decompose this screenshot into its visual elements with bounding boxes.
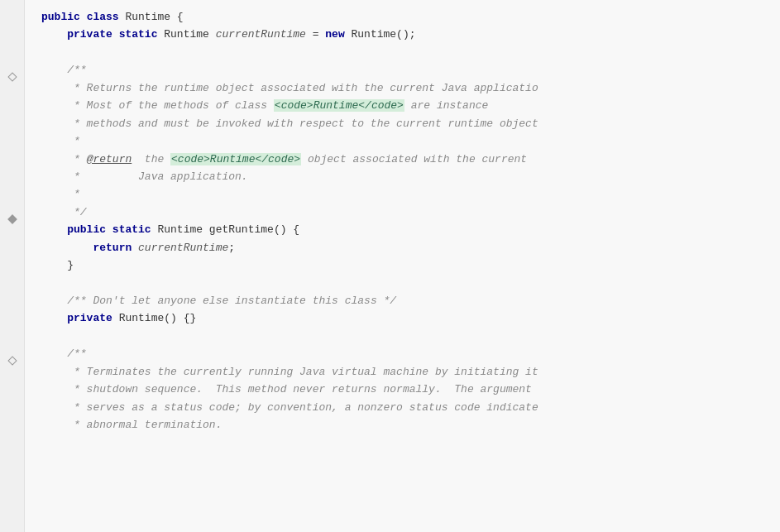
gutter-icon-row-3 (4, 50, 21, 68)
plain-token (41, 312, 67, 324)
code-editor: public class Runtime { private static Ru… (0, 0, 780, 532)
code-line: * shutdown sequence. This method never r… (41, 381, 780, 398)
plain-token (41, 99, 74, 112)
plain-token (41, 64, 67, 76)
plain-token (106, 223, 112, 236)
code-line: public class Runtime { (41, 8, 780, 26)
diamond-outline-icon[interactable] (7, 356, 17, 365)
plain-token: Runtime() {} (112, 312, 196, 324)
gutter-icon-row-2 (4, 32, 21, 50)
plain-token (41, 28, 67, 41)
editor-gutter (0, 0, 25, 532)
code-line: * Most of the methods of class <code>Run… (41, 97, 780, 114)
code-line (41, 328, 780, 345)
plain-token: Runtime(); (345, 28, 416, 41)
comment-token: * shutdown sequence. This method never r… (74, 383, 532, 395)
keyword-token: private (67, 312, 112, 324)
plain-token (41, 153, 74, 165)
variable-token: currentRuntime (138, 242, 228, 254)
keyword-token: new (325, 28, 344, 41)
comment-token: * Returns the runtime object associated … (74, 82, 538, 94)
plain-token (80, 11, 87, 23)
comment-token: * Most of the methods of class (74, 99, 274, 112)
plain-token (41, 135, 74, 147)
plain-token (41, 347, 67, 360)
code-line: /** Don't let anyone else instantiate th… (41, 292, 780, 309)
plain-token: = (306, 28, 325, 41)
editor-content[interactable]: public class Runtime { private static Ru… (25, 0, 780, 532)
plain-token (41, 82, 74, 94)
code-line: /** (41, 345, 780, 362)
code-line (41, 275, 780, 292)
gutter-icon-row-23 (4, 405, 21, 423)
annotation-token: @return (87, 153, 132, 165)
gutter-icon-row-21 (4, 370, 21, 387)
comment-token: * methods and must be invoked with respe… (74, 117, 538, 130)
comment-token: are instance (404, 99, 488, 112)
code-highlight-token: <code>Runtime</code> (274, 99, 404, 112)
comment-token: * Terminates the currently running Java … (74, 366, 538, 378)
plain-token (41, 170, 74, 183)
plain-token (41, 242, 93, 254)
comment-token: * serves as a status code; by convention… (74, 401, 538, 414)
keyword-token: private (67, 28, 112, 41)
gutter-icon-row-4 (4, 68, 21, 85)
code-line: * methods and must be invoked with respe… (41, 115, 780, 132)
plain-token: } (41, 259, 74, 271)
gutter-icon-row-14 (4, 246, 21, 263)
keyword-token: static (112, 223, 151, 236)
code-line: * abnormal termination. (41, 416, 780, 434)
gutter-icon-row-12 (4, 210, 21, 228)
keyword-token: public (41, 11, 80, 23)
gutter-icon-row-22 (4, 387, 21, 405)
gutter-icon-row-5 (4, 86, 21, 103)
code-line: * Terminates the currently running Java … (41, 363, 780, 381)
comment-token: /** (67, 347, 86, 360)
gutter-icon-row-1 (4, 15, 21, 32)
comment-token: * abnormal termination. (74, 419, 222, 431)
gutter-icon-row-10 (4, 175, 21, 192)
comment-token: * Java application. (74, 170, 248, 183)
comment-token: * (74, 153, 87, 165)
plain-token: ; (228, 242, 235, 254)
code-line: public static Runtime getRuntime() { (41, 221, 780, 238)
comment-token: object associated with the current (301, 153, 527, 165)
keyword-token: static (119, 28, 158, 41)
gutter-icon-row-20 (4, 352, 21, 369)
diamond-outline-icon[interactable] (7, 72, 17, 81)
plain-token (41, 383, 74, 395)
code-line (41, 44, 780, 61)
plain-token (132, 242, 138, 254)
plain-token: Runtime (157, 28, 215, 41)
plain-token (112, 28, 119, 41)
gutter-icon-row-6 (4, 103, 21, 121)
comment-token: * (74, 135, 80, 147)
plain-token (41, 419, 74, 431)
plain-token: Runtime { (119, 11, 184, 23)
gutter-icon-row-7 (4, 122, 21, 139)
gutter-icon-row-9 (4, 157, 21, 175)
plain-token (41, 206, 74, 218)
code-line: private Runtime() {} (41, 309, 780, 327)
code-line: * Java application. (41, 168, 780, 185)
variable-token: currentRuntime (216, 28, 306, 41)
diamond-filled-icon[interactable] (7, 214, 17, 223)
gutter-icon-row-19 (4, 334, 21, 352)
plain-token: Runtime getRuntime() { (151, 223, 299, 236)
comment-token: /** Don't let anyone else instantiate th… (67, 295, 396, 307)
code-line: /** (41, 61, 780, 79)
code-line: * (41, 132, 780, 150)
plain-token (41, 188, 74, 200)
comment-token: /** (67, 64, 86, 76)
code-highlight-token: <code>Runtime</code> (170, 153, 301, 165)
gutter-icon-row-18 (4, 316, 21, 333)
plain-token (41, 295, 67, 307)
code-line: * Returns the runtime object associated … (41, 79, 780, 97)
plain-token (41, 223, 67, 236)
gutter-icon-row-11 (4, 192, 21, 209)
code-line: */ (41, 204, 780, 221)
gutter-icon-row-17 (4, 299, 21, 316)
gutter-icon-row-16 (4, 281, 21, 299)
plain-token (41, 401, 74, 414)
comment-token: * (74, 188, 80, 200)
